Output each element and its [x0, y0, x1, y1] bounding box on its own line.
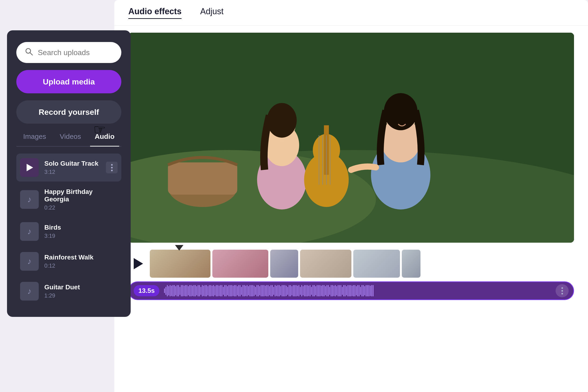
audio-item-title: Happy Birthday Georgia — [44, 188, 118, 203]
audio-item-duration: 0:12 — [44, 262, 118, 269]
upload-media-button[interactable]: Upload media — [16, 70, 121, 93]
tab-images[interactable]: Images — [18, 131, 51, 142]
audio-item-rainforest-walk[interactable]: ♪ Rainforest Walk 0:12 — [16, 247, 121, 275]
audio-item-title: Rainforest Walk — [44, 254, 118, 261]
audio-item-birds[interactable]: ♪ Birds 3:19 — [16, 218, 121, 246]
thumbnail-1 — [150, 250, 210, 278]
search-input[interactable] — [38, 48, 131, 57]
audio-item-info: Happy Birthday Georgia 0:22 — [44, 188, 118, 211]
timeline-marker — [175, 245, 184, 250]
left-panel: Upload media Record yourself Images Vide… — [7, 30, 131, 317]
audio-item-title: Solo Guitar Track — [44, 160, 100, 167]
audio-music-icon: ♪ — [20, 222, 39, 241]
svg-line-21 — [30, 53, 32, 55]
thumbnail-3 — [270, 250, 298, 278]
audio-item-happy-birthday[interactable]: ♪ Happy Birthday Georgia 0:22 — [16, 184, 121, 216]
waveform — [164, 285, 551, 296]
audio-track-menu-button[interactable] — [556, 284, 569, 297]
tab-audio[interactable]: Audio — [90, 131, 119, 146]
svg-rect-4 — [168, 162, 237, 194]
audio-item-info: Rainforest Walk 0:12 — [44, 254, 118, 269]
audio-music-icon: ♪ — [20, 252, 39, 271]
play-triangle-icon — [134, 258, 143, 269]
audio-item-duration: 3:12 — [44, 169, 100, 175]
audio-track[interactable]: 13.5s — [128, 282, 574, 300]
audio-music-icon: ♪ — [20, 282, 39, 300]
audio-item-solo-guitar[interactable]: Solo Guitar Track 3:12 — [16, 154, 121, 182]
timeline-strip — [128, 250, 574, 278]
tab-videos[interactable]: Videos — [55, 131, 86, 142]
audio-item-title: Guitar Duet — [44, 284, 118, 291]
music-note-icon: ♪ — [27, 256, 32, 266]
audio-list: Solo Guitar Track 3:12 ♪ Happy Birthday … — [16, 154, 121, 305]
audio-item-info: Birds 3:19 — [44, 224, 118, 239]
search-icon — [25, 47, 33, 58]
right-panel: Audio effects Adjust — [114, 0, 588, 392]
audio-item-duration: 0:22 — [44, 204, 118, 211]
thumbnail-6 — [402, 250, 420, 278]
music-note-icon: ♪ — [27, 194, 32, 204]
audio-play-icon — [20, 158, 39, 177]
play-button[interactable] — [128, 254, 147, 273]
audio-item-info: Solo Guitar Track 3:12 — [44, 160, 100, 175]
audio-item-guitar-duet[interactable]: ♪ Guitar Duet 1:29 — [16, 277, 121, 305]
video-image — [128, 33, 574, 243]
audio-item-title: Birds — [44, 224, 118, 231]
video-preview — [128, 33, 574, 243]
media-tabs: Images Videos Audio — [16, 131, 121, 146]
audio-item-more-button[interactable] — [106, 162, 118, 173]
record-yourself-button[interactable]: Record yourself — [16, 100, 121, 124]
video-thumbnails — [150, 250, 574, 278]
audio-item-info: Guitar Duet 1:29 — [44, 284, 118, 299]
dots-icon — [562, 287, 563, 294]
audio-timestamp: 13.5s — [134, 285, 159, 296]
tabs-bar: Audio effects Adjust — [114, 0, 588, 26]
search-bar[interactable] — [16, 42, 121, 63]
music-note-icon: ♪ — [27, 226, 32, 236]
audio-music-icon: ♪ — [20, 190, 39, 209]
thumbnail-4 — [300, 250, 352, 278]
tab-audio-effects[interactable]: Audio effects — [128, 6, 182, 19]
thumbnail-2 — [212, 250, 268, 278]
music-note-icon: ♪ — [27, 286, 32, 296]
more-dots-icon — [111, 164, 113, 171]
thumbnail-5 — [353, 250, 400, 278]
timeline-area: 13.5s — [128, 250, 574, 300]
tab-adjust[interactable]: Adjust — [200, 6, 224, 19]
play-triangle-icon — [26, 164, 33, 171]
audio-item-duration: 1:29 — [44, 292, 118, 299]
audio-item-duration: 3:19 — [44, 233, 118, 239]
